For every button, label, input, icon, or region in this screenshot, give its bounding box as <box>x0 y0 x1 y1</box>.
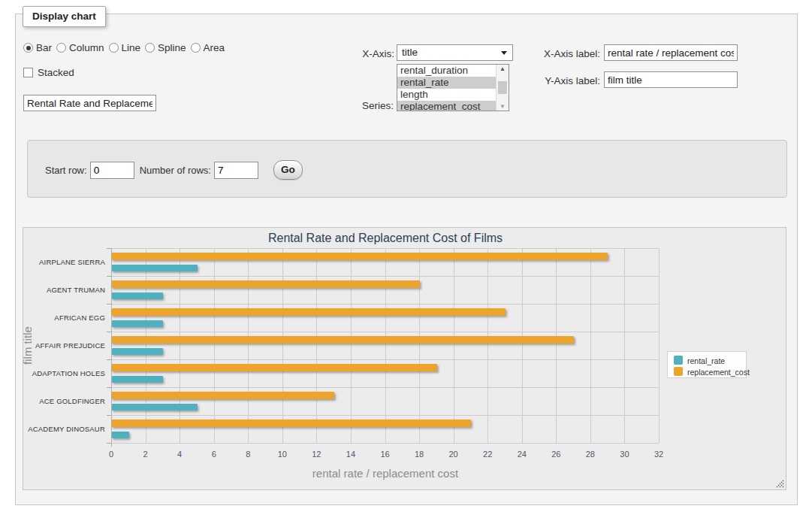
category-label: AGENT TRUMAN <box>23 286 105 294</box>
x-axis-tick-label: 30 <box>609 450 639 459</box>
chart: Rental Rate and Replacement Cost of Film… <box>23 227 786 490</box>
chart-legend: rental_ratereplacement_cost <box>667 351 747 378</box>
bar-rental_rate <box>112 432 129 439</box>
series-option-rental_rate[interactable]: rental_rate <box>397 77 496 89</box>
series-select-label: Series: <box>323 100 394 111</box>
bar-rental_rate <box>112 320 163 328</box>
row-range-panel: Start row: Number of rows: Go <box>27 140 787 198</box>
bar-replacement_cost <box>112 336 574 344</box>
x-axis-tick-label: 16 <box>370 450 400 459</box>
x-axis-label-field-label: X-Axis label: <box>526 48 600 59</box>
bar-replacement_cost <box>112 308 506 316</box>
gridline-vertical <box>146 248 146 443</box>
chart-type-radio-bar[interactable]: Bar <box>23 42 52 53</box>
series-multiselect[interactable]: rental_durationrental_ratelengthreplacem… <box>397 64 509 111</box>
stacked-checkbox-row[interactable]: Stacked <box>23 67 74 78</box>
radio-button[interactable] <box>56 43 66 53</box>
gridline-vertical <box>248 248 249 443</box>
chart-title: Rental Rate and Replacement Cost of Film… <box>23 232 747 245</box>
radio-label: Area <box>204 42 225 53</box>
series-option-rental_duration[interactable]: rental_duration <box>397 65 496 77</box>
gridline-vertical <box>385 248 386 443</box>
x-axis-select[interactable]: title <box>397 44 513 61</box>
go-button[interactable]: Go <box>273 160 303 180</box>
category-label: AFFAIR PREJUDICE <box>23 341 105 350</box>
gridline-vertical <box>454 248 454 443</box>
bar-rental_rate <box>112 265 198 272</box>
gridline-vertical <box>522 248 523 443</box>
start-row-label: Start row: <box>45 165 87 176</box>
x-axis-select-label: X-Axis: <box>331 48 394 59</box>
gridline-vertical <box>624 248 625 443</box>
scroll-down-icon[interactable]: ▼ <box>497 103 509 110</box>
radio-label: Spline <box>158 42 186 53</box>
chart-type-radio-spline[interactable]: Spline <box>145 42 186 53</box>
gridline-vertical <box>488 248 488 443</box>
chart-type-radio-area[interactable]: Area <box>191 42 225 53</box>
bar-rental_rate <box>112 376 163 383</box>
bar-replacement_cost <box>112 364 437 371</box>
bar-replacement_cost <box>112 280 420 288</box>
radio-button[interactable] <box>191 43 201 53</box>
legend-swatch <box>674 367 683 376</box>
bar-rental_rate <box>112 292 163 300</box>
legend-swatch <box>674 356 683 365</box>
bar-rental_rate <box>112 404 198 411</box>
radio-label: Line <box>122 42 141 53</box>
panel-title: Display chart <box>23 6 106 27</box>
chart-title-input[interactable] <box>23 95 156 111</box>
category-label: AFRICAN EGG <box>23 314 105 322</box>
radio-button[interactable] <box>109 43 119 53</box>
x-axis-label-input[interactable] <box>604 44 738 61</box>
x-axis-tick-label: 24 <box>507 450 537 459</box>
x-axis-tick-label: 32 <box>644 450 674 459</box>
x-axis-tick-label: 6 <box>199 450 229 459</box>
chart-type-radio-group: BarColumnLineSplineArea <box>23 42 229 53</box>
gridline-vertical <box>214 248 215 443</box>
y-axis-label-field-label: Y-Axis label: <box>526 75 600 86</box>
number-of-rows-input[interactable] <box>214 162 258 179</box>
gridline-vertical <box>351 248 352 443</box>
x-axis-tick-label: 10 <box>267 450 297 459</box>
category-label: ACADEMY DINOSAUR <box>23 425 105 433</box>
category-label: ADAPTATION HOLES <box>23 369 105 377</box>
gridline-vertical <box>180 248 180 443</box>
x-axis-tick-label: 8 <box>233 450 263 459</box>
gridline-horizontal <box>111 443 659 444</box>
chart-type-radio-line[interactable]: Line <box>109 42 141 53</box>
chevron-down-icon <box>501 51 507 55</box>
x-axis-selected-value: title <box>402 47 418 58</box>
x-axis-tick-label: 14 <box>336 450 366 459</box>
x-axis-tick-label: 0 <box>96 450 126 459</box>
legend-label: replacement_cost <box>687 368 750 377</box>
x-axis-tick-label: 22 <box>472 450 503 459</box>
stacked-checkbox[interactable] <box>23 68 33 77</box>
x-axis-tick-label: 18 <box>404 450 434 459</box>
gridline-vertical <box>316 248 317 443</box>
start-row-input[interactable] <box>90 162 134 179</box>
scrollbar-thumb[interactable] <box>498 81 507 94</box>
x-axis-tick-label: 28 <box>575 450 605 459</box>
gridline-vertical <box>590 248 591 443</box>
y-axis-label-input[interactable] <box>604 71 738 88</box>
bar-replacement_cost <box>112 253 608 260</box>
x-axis-tick-label: 12 <box>301 450 331 459</box>
radio-button[interactable] <box>145 43 155 53</box>
number-of-rows-label: Number of rows: <box>140 165 211 176</box>
chart-type-radio-column[interactable]: Column <box>56 42 104 53</box>
x-axis-title: rental rate / replacement cost <box>23 467 747 480</box>
series-option-length[interactable]: length <box>397 89 496 101</box>
scroll-up-icon[interactable]: ▲ <box>497 65 509 72</box>
radio-button[interactable] <box>23 43 33 53</box>
scrollbar[interactable]: ▲ ▼ <box>496 65 509 111</box>
gridline-vertical <box>419 248 420 443</box>
radio-label: Bar <box>36 42 52 53</box>
x-axis-tick-label: 20 <box>439 450 469 459</box>
gridline-vertical <box>282 248 283 443</box>
y-axis-line <box>111 248 112 447</box>
resize-handle[interactable] <box>775 479 784 488</box>
bar-replacement_cost <box>112 420 471 427</box>
stacked-label: Stacked <box>38 67 74 78</box>
x-axis-tick-label: 4 <box>165 450 195 459</box>
series-option-replacement_cost[interactable]: replacement_cost <box>397 101 496 111</box>
